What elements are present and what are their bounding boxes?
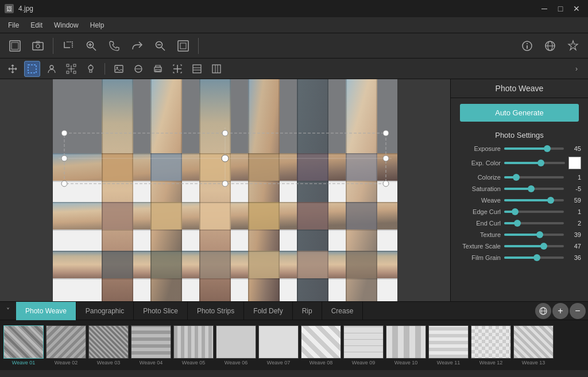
svg-rect-70 [346,202,377,230]
slider-track-1[interactable] [504,162,565,164]
svg-rect-68 [248,202,280,230]
thumbnail-6[interactable]: Weave 07 [258,325,299,366]
thumb-img-8 [343,325,384,359]
slider-track-0[interactable] [504,147,564,150]
thumbnail-5[interactable]: Weave 06 [216,325,256,366]
menu-help[interactable]: Help [84,19,110,32]
tab-globe-button[interactable] [535,303,551,319]
slider-track-9[interactable] [504,256,564,259]
thumb-label-2: Weave 03 [97,360,120,366]
thumb-img-10 [428,325,469,359]
transform-tool-btn[interactable] [63,61,79,77]
photo-tool-button[interactable] [28,36,48,56]
slider-track-5[interactable] [504,211,564,213]
resize-tool-btn[interactable] [169,61,185,77]
svg-rect-26 [74,71,76,73]
frame-tool-button[interactable] [173,36,194,56]
thumb-img-6 [258,325,299,359]
slider-track-2[interactable] [504,176,564,178]
thumb-label-12: Weave 13 [522,360,545,366]
zoom-in-button[interactable] [81,36,102,56]
tab-actions: + − [535,303,588,319]
person-tool-btn[interactable] [44,61,60,77]
thumbnail-8[interactable]: Weave 09 [343,325,384,366]
thumb-label-11: Weave 12 [479,360,502,366]
slider-label-3: Saturation [458,185,501,192]
slider-track-7[interactable] [504,234,564,236]
circle-tool-btn[interactable] [130,61,146,77]
thumb-label-7: Weave 08 [310,360,332,366]
slider-track-8[interactable] [504,245,564,247]
svg-rect-12 [178,41,188,51]
slider-row-6: End Curl2 [451,217,588,229]
slider-track-4[interactable] [504,199,564,201]
columns-tool-btn[interactable] [208,61,225,77]
globe-button[interactable] [540,36,560,56]
thumb-img-1 [46,325,86,359]
svg-rect-60 [150,153,182,181]
thumbnail-0[interactable]: Weave 01 [3,325,44,366]
tab-remove-button[interactable]: − [570,303,586,319]
minimize-button[interactable]: ─ [537,3,551,14]
slider-value-3: -5 [567,185,581,192]
exp-color-swatch[interactable] [568,157,581,169]
grid-tool-btn[interactable] [189,61,205,77]
light-tool-btn[interactable] [83,61,99,77]
menu-file[interactable]: File [2,19,25,32]
zoom-out-button[interactable] [150,36,171,56]
right-panel: Photo Weave Auto Generate Photo Settings… [450,79,588,301]
close-button[interactable]: ✕ [570,3,583,14]
effects-button[interactable] [563,36,583,56]
auto-generate-button[interactable]: Auto Generate [460,104,579,122]
tab-rip[interactable]: Rip [293,302,322,320]
thumbnail-12[interactable]: Weave 13 [513,325,554,366]
move-tool-btn[interactable] [5,61,21,77]
slider-row-0: Exposure45 [451,143,588,154]
image-tool-button[interactable] [5,36,25,56]
picture-tool-btn[interactable] [111,61,127,77]
svg-rect-80 [181,79,182,301]
tab-chevron[interactable]: ˅ [0,302,16,320]
thumbnail-7[interactable]: Weave 08 [301,325,341,366]
svg-rect-29 [115,65,123,72]
menu-window[interactable]: Window [48,19,84,32]
svg-rect-93 [53,251,397,252]
canvas-area[interactable] [0,79,450,301]
svg-rect-84 [278,79,280,301]
slider-row-8: Texture Scale47 [451,240,588,252]
redo-button[interactable] [127,36,148,56]
phone-tool-button[interactable] [104,36,125,56]
tab-photo-slice[interactable]: Photo Slice [134,302,188,320]
tab-photo-weave[interactable]: Photo Weave [16,302,76,320]
thumbnail-3[interactable]: Weave 04 [131,325,171,366]
svg-rect-58 [377,79,397,153]
svg-rect-69 [297,202,328,230]
thumbnail-2[interactable]: Weave 03 [88,325,129,366]
menu-edit[interactable]: Edit [25,19,48,32]
select-tool-btn[interactable] [24,61,40,77]
slider-track-3[interactable] [504,188,564,190]
maximize-button[interactable]: □ [554,3,567,14]
info-button[interactable] [517,36,537,56]
svg-rect-57 [328,79,346,153]
tab-add-button[interactable]: + [552,303,568,319]
crop-tool-button[interactable] [58,36,79,56]
thumbnail-11[interactable]: Weave 12 [471,325,511,366]
svg-rect-79 [150,79,152,301]
thumbnail-10[interactable]: Weave 11 [428,325,469,366]
svg-rect-94 [53,278,397,279]
svg-rect-88 [376,79,377,301]
toolbar2-more[interactable]: › [570,62,583,76]
print-tool-btn[interactable] [150,61,166,77]
toolbar2-sep [105,63,105,75]
tab-crease[interactable]: Crease [322,302,363,320]
tab-panographic[interactable]: Panographic [76,302,134,320]
tab-fold-defy[interactable]: Fold Defy [244,302,292,320]
svg-point-98 [383,130,389,136]
thumbnail-4[interactable]: Weave 05 [173,325,214,366]
tab-photo-strips[interactable]: Photo Strips [188,302,244,320]
slider-track-6[interactable] [504,222,564,224]
svg-rect-86 [327,79,328,301]
thumbnail-9[interactable]: Weave 10 [386,325,426,366]
thumbnail-1[interactable]: Weave 02 [46,325,86,366]
